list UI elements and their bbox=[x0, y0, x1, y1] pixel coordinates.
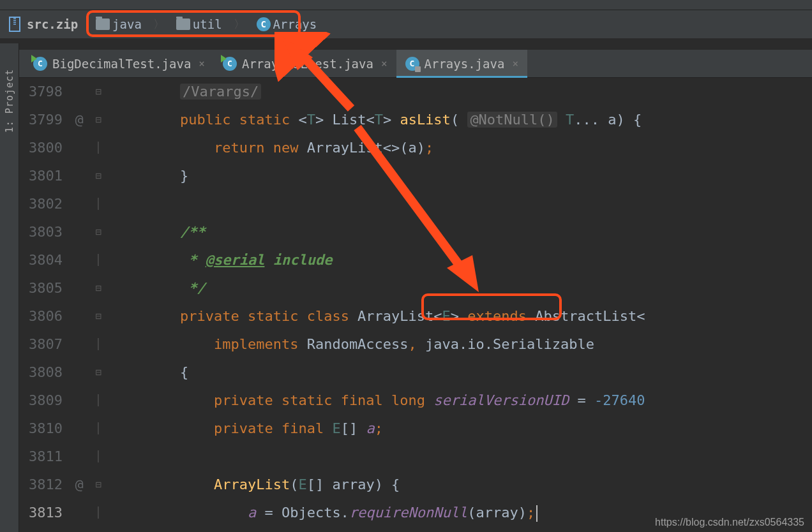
class-icon: C bbox=[405, 57, 419, 71]
fold-icon[interactable]: ⊟ bbox=[89, 106, 107, 134]
fold-icon[interactable]: │ bbox=[89, 387, 107, 415]
line-number[interactable]: 3814 bbox=[19, 527, 69, 532]
code-line[interactable]: 3803⊟ /** bbox=[19, 218, 812, 246]
line-number[interactable]: 3803 bbox=[19, 218, 69, 246]
breadcrumb-bar: src.zip java 〉 util 〉 C Arrays bbox=[0, 10, 812, 38]
line-number[interactable]: 3808 bbox=[19, 358, 69, 387]
code-text[interactable]: /** bbox=[107, 218, 812, 246]
chevron-right-icon: 〉 bbox=[231, 17, 248, 32]
editor-tab-bar: CBigDecimalTest.java×CArraysAsL est.java… bbox=[0, 50, 812, 78]
folder-icon bbox=[176, 18, 190, 30]
fold-icon[interactable]: ⊟ bbox=[89, 302, 107, 330]
line-number[interactable]: 3799 bbox=[19, 106, 69, 134]
code-text[interactable]: } bbox=[107, 162, 812, 190]
tool-window-bar: 1: Project bbox=[0, 43, 19, 532]
line-number[interactable]: 3806 bbox=[19, 302, 69, 330]
code-text[interactable]: /Varargs/ bbox=[107, 78, 812, 106]
line-number[interactable]: 3805 bbox=[19, 274, 69, 302]
breadcrumb-label: util bbox=[193, 17, 222, 31]
editor-tab[interactable]: CArraysAsL est.java× bbox=[214, 50, 396, 77]
fold-icon[interactable]: │ bbox=[89, 134, 107, 162]
gutter-annotation[interactable]: @ bbox=[69, 106, 89, 134]
breadcrumb-label: Arrays bbox=[273, 17, 317, 31]
code-line[interactable]: 3812@⊟ ArrayList(E[] array) { bbox=[19, 471, 812, 499]
breadcrumb-segment-java[interactable]: java bbox=[92, 16, 146, 33]
code-line[interactable]: 3807│ implements RandomAccess, java.io.S… bbox=[19, 330, 812, 358]
fold-icon[interactable]: │ bbox=[89, 330, 107, 358]
line-number[interactable]: 3811 bbox=[19, 443, 69, 471]
editor-tab[interactable]: CArrays.java× bbox=[396, 50, 527, 77]
line-number[interactable]: 3804 bbox=[19, 246, 69, 274]
code-text[interactable]: private static final long serialVersionU… bbox=[107, 387, 812, 415]
fold-icon[interactable]: ⊟ bbox=[89, 358, 107, 387]
code-text[interactable]: implements RandomAccess, java.io.Seriali… bbox=[107, 330, 812, 358]
line-number[interactable]: 3810 bbox=[19, 415, 69, 443]
line-number[interactable]: 3800 bbox=[19, 134, 69, 162]
code-line[interactable]: 3811│ bbox=[19, 443, 812, 471]
code-line[interactable]: 3799@⊟ public static <T> List<T> asList(… bbox=[19, 106, 812, 134]
code-line[interactable]: 3804│ * @serial include bbox=[19, 246, 812, 274]
run-badge-icon bbox=[31, 55, 37, 63]
fold-icon[interactable]: │ bbox=[89, 415, 107, 443]
fold-icon[interactable]: ⊟ bbox=[89, 471, 107, 499]
line-number[interactable]: 3798 bbox=[19, 78, 69, 106]
code-editor[interactable]: 3798⊟ /Varargs/3799@⊟ public static <T> … bbox=[19, 78, 812, 532]
fold-icon[interactable]: ⊟ bbox=[89, 162, 107, 190]
class-icon: C bbox=[33, 57, 47, 71]
tool-window-project[interactable]: 1: Project bbox=[4, 69, 15, 133]
code-line[interactable]: 3798⊟ /Varargs/ bbox=[19, 78, 812, 106]
class-icon: C bbox=[223, 57, 237, 71]
code-line[interactable]: 3805⊟ */ bbox=[19, 274, 812, 302]
fold-icon[interactable]: │ bbox=[89, 246, 107, 274]
breadcrumb-archive[interactable]: src.zip bbox=[27, 17, 78, 31]
code-line[interactable]: 3801⊟ } bbox=[19, 162, 812, 190]
fold-icon[interactable]: │ bbox=[89, 443, 107, 471]
code-text[interactable]: return new ArrayList<>(a); bbox=[107, 134, 812, 162]
line-number[interactable]: 3801 bbox=[19, 162, 69, 190]
fold-icon[interactable]: ⊟ bbox=[89, 527, 107, 532]
code-text[interactable]: ArrayList(E[] array) { bbox=[107, 471, 812, 499]
code-line[interactable]: 3809│ private static final long serialVe… bbox=[19, 387, 812, 415]
run-badge-icon bbox=[221, 55, 227, 63]
tab-label: BigDecimalTest.java bbox=[52, 57, 191, 71]
close-icon[interactable]: × bbox=[512, 57, 518, 70]
code-text[interactable]: public static <T> List<T> asList( @NotNu… bbox=[107, 106, 812, 134]
fold-icon[interactable]: ⊟ bbox=[89, 78, 107, 106]
code-line[interactable]: 3800│ return new ArrayList<>(a); bbox=[19, 134, 812, 162]
folder-icon bbox=[96, 18, 110, 30]
code-line[interactable]: 3810│ private final E[] a; bbox=[19, 415, 812, 443]
code-text[interactable]: */ bbox=[107, 274, 812, 302]
code-line[interactable]: 3808⊟ { bbox=[19, 358, 812, 387]
breadcrumb-segment-util[interactable]: util bbox=[172, 16, 226, 33]
fold-icon[interactable]: │ bbox=[89, 190, 107, 218]
line-number[interactable]: 3813 bbox=[19, 499, 69, 527]
fold-icon[interactable]: ⊟ bbox=[89, 218, 107, 246]
code-line[interactable]: 3802│ bbox=[19, 190, 812, 218]
editor-tab[interactable]: CBigDecimalTest.java× bbox=[24, 50, 214, 77]
line-number[interactable]: 3802 bbox=[19, 190, 69, 218]
tab-label: ArraysAsL est.java bbox=[242, 57, 373, 71]
close-icon[interactable]: × bbox=[381, 57, 387, 70]
archive-icon bbox=[8, 16, 22, 33]
class-icon: C bbox=[257, 17, 271, 31]
line-number[interactable]: 3807 bbox=[19, 330, 69, 358]
fold-icon[interactable]: │ bbox=[89, 499, 107, 527]
lock-icon bbox=[415, 66, 421, 72]
code-text[interactable]: { bbox=[107, 358, 812, 387]
code-text[interactable]: private static class ArrayList<E> extend… bbox=[107, 302, 812, 330]
code-line[interactable]: 3806⊟ private static class ArrayList<E> … bbox=[19, 302, 812, 330]
fold-icon[interactable]: ⊟ bbox=[89, 274, 107, 302]
line-number[interactable]: 3809 bbox=[19, 387, 69, 415]
line-number[interactable]: 3812 bbox=[19, 471, 69, 499]
watermark: https://blog.csdn.net/zxs0564335 bbox=[655, 517, 804, 528]
breadcrumb-segment-arrays[interactable]: C Arrays bbox=[253, 16, 321, 33]
breadcrumb-label: java bbox=[112, 17, 142, 31]
code-text[interactable]: * @serial include bbox=[107, 246, 812, 274]
gutter-annotation[interactable]: @ bbox=[69, 471, 89, 499]
code-text[interactable]: private final E[] a; bbox=[107, 415, 812, 443]
chevron-right-icon: 〉 bbox=[151, 17, 167, 32]
window-titlebar bbox=[0, 0, 812, 10]
close-icon[interactable]: × bbox=[199, 57, 205, 70]
tab-label: Arrays.java bbox=[425, 57, 505, 71]
